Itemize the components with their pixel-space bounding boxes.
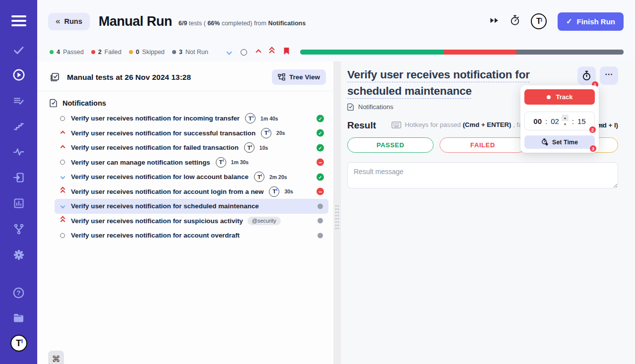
- steps-icon[interactable]: [0, 121, 37, 132]
- failed-button[interactable]: FAILED: [440, 137, 526, 153]
- page-title: Manual Run: [99, 14, 172, 29]
- status-passed-icon: ✓: [317, 173, 324, 181]
- more-options-button[interactable]: ⋯: [600, 66, 618, 85]
- header: « Runs Manual Run 6/9 tests ( 66% comple…: [37, 0, 635, 43]
- low-priority-filter-icon[interactable]: [226, 49, 232, 55]
- priority-high-icon: [60, 146, 65, 149]
- test-row[interactable]: Verify user receives notification for ac…: [55, 228, 328, 243]
- settings-gear-icon[interactable]: [0, 249, 37, 261]
- progress-notrun-segment: [516, 50, 624, 55]
- track-label: Track: [556, 93, 573, 101]
- status-bar: 4Passed 2Failed 0Skipped 3Not Run: [37, 43, 635, 61]
- bookmark-filter-icon[interactable]: [283, 47, 290, 57]
- critical-priority-filter-icon[interactable]: [270, 49, 274, 55]
- hotkey-passed: (Cmd + ENTER): [463, 121, 511, 128]
- set-time-label: Set Time: [552, 139, 578, 146]
- test-title: Verify user receives notification for fa…: [71, 144, 239, 151]
- test-title: Verify user can manage notification sett…: [71, 159, 210, 166]
- runs-play-icon[interactable]: [0, 69, 37, 81]
- hamburger-icon: [11, 15, 26, 26]
- test-title: Verify user receives notification for ac…: [71, 232, 240, 239]
- command-shortcut-button[interactable]: ⌘: [48, 351, 64, 364]
- minutes-stepper[interactable]: ▲ ▼: [562, 115, 569, 127]
- tasks-check-icon[interactable]: [0, 44, 37, 56]
- test-row[interactable]: Verify user receives notification for su…: [55, 126, 328, 141]
- high-priority-filter-icon[interactable]: [255, 49, 261, 55]
- test-duration: 1m 40s: [260, 116, 278, 121]
- suite-name: Notifications: [268, 20, 306, 27]
- test-title: Verify user receives notification for su…: [71, 129, 255, 137]
- minutes-value[interactable]: 02: [551, 117, 559, 125]
- result-heading: Result: [347, 120, 376, 131]
- track-button[interactable]: Track: [524, 89, 595, 105]
- set-time-button[interactable]: Set Time 3: [524, 135, 595, 149]
- help-icon[interactable]: ?: [0, 287, 37, 299]
- account-logo-icon[interactable]: T: [531, 13, 547, 29]
- test-tag: @security: [248, 217, 281, 225]
- hotkeys-prefix: Hotkeys for passed: [405, 121, 463, 128]
- test-logo-icon: T: [261, 128, 271, 138]
- test-row[interactable]: Verify user receives notification for in…: [55, 111, 328, 126]
- test-logo-icon: T: [216, 157, 226, 168]
- projects-folder-icon[interactable]: [0, 312, 37, 324]
- stepper-down-icon[interactable]: ▼: [562, 121, 569, 127]
- status-failed-icon: −: [317, 159, 324, 166]
- sidebar: ? T: [0, 0, 37, 364]
- finish-run-button[interactable]: ✓ Finish Run: [558, 12, 624, 31]
- test-row-selected[interactable]: Verify user receives notification for sc…: [55, 199, 328, 214]
- test-row[interactable]: Verify user can manage notification sett…: [55, 155, 328, 170]
- priority-low-icon: [60, 175, 65, 179]
- panel-resize-handle[interactable]: [333, 61, 341, 364]
- time-input[interactable]: 00 : 02 ▲ ▼ : 15 2: [524, 112, 595, 130]
- priority-filters: [227, 47, 290, 57]
- activity-icon[interactable]: [0, 146, 37, 158]
- seconds-value[interactable]: 15: [577, 117, 586, 125]
- tree-view-button[interactable]: Tree View: [272, 69, 326, 85]
- test-duration: 1m 30s: [231, 159, 249, 165]
- normal-priority-filter-icon[interactable]: [241, 49, 247, 56]
- stepper-up-icon[interactable]: ▲: [562, 115, 569, 121]
- app-logo[interactable]: T: [0, 337, 37, 349]
- test-row[interactable]: Verify user receives notification for su…: [55, 214, 328, 229]
- fast-forward-icon[interactable]: [490, 17, 499, 26]
- notrun-legend: 3Not Run: [172, 49, 208, 56]
- ellipsis-icon: ⋯: [605, 69, 613, 82]
- branches-icon[interactable]: [0, 223, 37, 235]
- test-row[interactable]: Verify user receives notification for ac…: [55, 184, 328, 199]
- timer-popup: Track 00 : 02 ▲ ▼ : 15 2 Set Time: [520, 85, 599, 153]
- suite-header[interactable]: Notifications: [50, 99, 333, 107]
- priority-high-icon: [60, 131, 65, 135]
- test-duration: 30s: [284, 188, 293, 194]
- completed-percent: 66%: [207, 20, 220, 27]
- run-stats: 6/9 tests ( 66% completed) from Notifica…: [179, 16, 306, 27]
- result-message-input[interactable]: [347, 162, 618, 188]
- grip-dots-icon: [335, 204, 339, 229]
- import-icon[interactable]: [0, 172, 37, 183]
- failed-legend: 2Failed: [91, 49, 122, 56]
- keyboard-icon: [391, 121, 401, 128]
- main-area: Manual tests at 26 Nov 2024 13:28 Tree V…: [37, 61, 635, 364]
- analytics-icon[interactable]: [0, 197, 37, 209]
- time-badge: 2: [589, 126, 596, 133]
- run-title-row: Manual tests at 26 Nov 2024 13:28 Tree V…: [37, 61, 333, 91]
- stopwatch-icon[interactable]: [510, 15, 520, 28]
- test-plans-icon[interactable]: [0, 95, 37, 107]
- run-progress-bar: [300, 50, 624, 55]
- menu-icon[interactable]: [0, 15, 37, 27]
- test-rows: Verify user receives notification for in…: [37, 111, 333, 243]
- test-row[interactable]: Verify user receives notification for lo…: [55, 170, 328, 184]
- priority-low-icon: [60, 204, 65, 208]
- status-notrun-icon: [318, 233, 323, 238]
- test-row[interactable]: Verify user receives notification for fa…: [55, 140, 328, 155]
- passed-button[interactable]: PASSED: [347, 137, 434, 153]
- app-root: ? T « Runs Manual Run 6/9 tests ( 66% co…: [0, 0, 635, 364]
- back-to-runs-button[interactable]: « Runs: [48, 13, 90, 30]
- status-passed-icon: ✓: [317, 115, 324, 122]
- breadcrumb-document-icon: [347, 103, 354, 111]
- timer-button[interactable]: 1: [577, 66, 596, 85]
- tests-word: tests (: [189, 20, 206, 27]
- test-logo-icon: T: [245, 113, 255, 123]
- hours-value[interactable]: 00: [533, 117, 542, 125]
- back-chevrons-icon: «: [56, 16, 60, 26]
- status-notrun-icon: [318, 218, 323, 224]
